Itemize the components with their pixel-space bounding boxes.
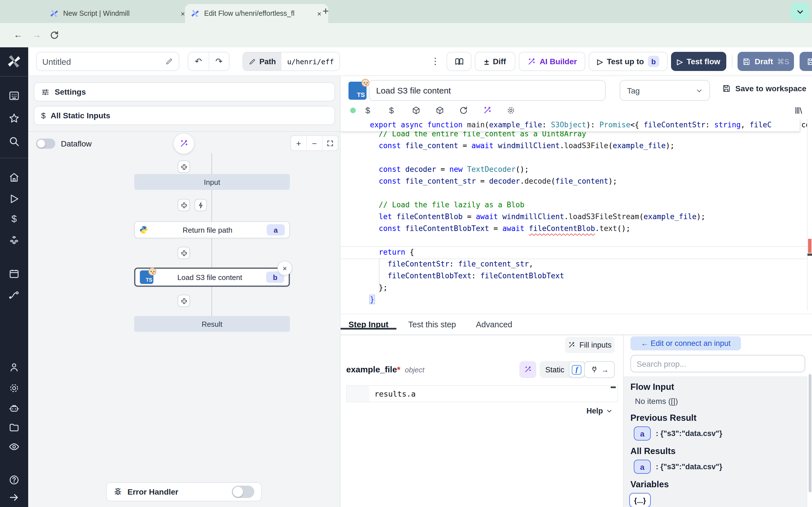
tab-advanced[interactable]: Advanced: [476, 320, 512, 329]
ai-builder-label: AI Builder: [540, 57, 577, 66]
variables-icon[interactable]: $: [389, 105, 394, 115]
remove-step-button[interactable]: ×: [277, 261, 292, 276]
help-toggle[interactable]: Help: [587, 407, 613, 415]
step-name-value: Load S3 file content: [376, 86, 451, 95]
code-editor[interactable]: // Load the entire file_content as a Uin…: [341, 119, 812, 311]
flow-input-node[interactable]: Input: [134, 174, 290, 190]
undo-button[interactable]: ↶: [188, 52, 209, 70]
previous-result-row[interactable]: a : {"s3":"data.csv"}: [634, 427, 722, 441]
app-sidebar: $: [0, 47, 28, 507]
docs-button[interactable]: [447, 52, 471, 71]
dataflow-toggle[interactable]: [36, 138, 55, 149]
flow-name-field[interactable]: Untitled: [36, 52, 179, 71]
sidebar-item-favorites[interactable]: [8, 113, 20, 124]
tab-close-icon[interactable]: ×: [316, 9, 322, 18]
magic-wand-icon[interactable]: [483, 106, 492, 115]
reload-icon[interactable]: [459, 106, 468, 115]
search-prop-input[interactable]: Search prop...: [630, 355, 805, 372]
ai-flow-button[interactable]: [174, 133, 194, 154]
field-type: object: [405, 365, 424, 374]
step-editor-header: TS Load S3 file content Tag Save to work…: [341, 76, 812, 102]
reload-button[interactable]: [50, 31, 59, 40]
sidebar-item-audit-logs[interactable]: [8, 441, 20, 452]
browser-tab-inactive[interactable]: New Script | Windmill ×: [44, 4, 192, 23]
add-step-button[interactable]: [177, 161, 190, 173]
sidebar-item-home[interactable]: [8, 172, 20, 183]
package-icon[interactable]: [412, 106, 421, 115]
sidebar-item-workers[interactable]: [8, 403, 20, 414]
sidebar-item-settings[interactable]: [8, 383, 20, 394]
flow-settings-button[interactable]: Settings: [34, 82, 335, 101]
step-name-input[interactable]: Load S3 file content: [369, 80, 606, 101]
static-mode-toggle[interactable]: Static f: [540, 361, 586, 378]
mini-scrollbar[interactable]: [611, 386, 616, 388]
back-button[interactable]: ←: [13, 30, 22, 40]
expression-mode-pill[interactable]: f: [569, 362, 585, 378]
save-draft-button[interactable]: Draft ⌘S: [738, 52, 794, 71]
path-control[interactable]: Path u/henri/eff: [243, 52, 340, 71]
save-to-workspace-button[interactable]: Save to workspace: [722, 84, 806, 93]
play-icon: ▷: [597, 57, 603, 66]
all-results-row[interactable]: a : {"s3":"data.csv"}: [634, 460, 722, 474]
connect-input-button[interactable]: →: [584, 361, 615, 378]
sidebar-item-users[interactable]: [8, 362, 20, 373]
flow-result-node[interactable]: Result: [134, 316, 290, 332]
help-icon[interactable]: [8, 474, 20, 486]
tab-test-this-step[interactable]: Test this step: [408, 320, 456, 329]
zoom-in-button[interactable]: +: [291, 136, 306, 151]
sidebar-item-search[interactable]: [8, 136, 20, 147]
add-step-button[interactable]: [177, 199, 190, 211]
result-key-badge[interactable]: a: [634, 460, 651, 474]
step-node-b-selected[interactable]: TS Load S3 file content b: [134, 268, 290, 287]
assets-icon[interactable]: $: [365, 105, 370, 115]
undo-redo-group: ↶ ↷: [188, 52, 230, 71]
variables-badge[interactable]: {...}: [629, 493, 651, 507]
sidebar-item-schedules[interactable]: [8, 268, 20, 279]
gear-icon[interactable]: [506, 106, 515, 115]
more-menu-button[interactable]: ⋮: [431, 56, 440, 66]
sidebar-item-apps[interactable]: [8, 90, 20, 101]
ai-fill-field-button[interactable]: [519, 361, 536, 378]
tab-step-input[interactable]: Step Input: [349, 320, 389, 329]
sidebar-item-runs[interactable]: [8, 193, 20, 205]
result-key-badge[interactable]: a: [634, 427, 651, 441]
sidebar-item-variables[interactable]: $: [0, 214, 28, 225]
add-step-button[interactable]: [177, 295, 190, 307]
tag-select[interactable]: Tag: [620, 80, 710, 101]
deploy-button[interactable]: Deploy: [800, 52, 812, 71]
chevron-down-icon: [796, 8, 804, 16]
overview-ruler: [807, 119, 812, 311]
test-up-to-button[interactable]: ▷ Test up to b: [589, 52, 668, 71]
browser-tab-active[interactable]: Edit Flow u/henri/effortless_fl ×: [185, 4, 328, 23]
save-icon: [722, 84, 731, 93]
sidebar-item-routes[interactable]: [8, 290, 20, 301]
sticky-scroll-line: export async function main(example_file:…: [341, 119, 800, 131]
toolbar-divider: [732, 55, 732, 68]
package-icon[interactable]: [435, 106, 444, 115]
zoom-out-button[interactable]: −: [306, 136, 322, 151]
edit-or-connect-button[interactable]: ← Edit or connect an input: [630, 336, 741, 350]
draft-label: Draft: [755, 57, 773, 66]
all-static-inputs-button[interactable]: $ All Static Inputs: [34, 106, 335, 125]
current-line-highlight: [341, 246, 808, 259]
diff-button[interactable]: ± Diff: [475, 52, 515, 71]
redo-button[interactable]: ↷: [209, 52, 229, 70]
sidebar-item-folders[interactable]: [8, 422, 20, 433]
fill-inputs-button[interactable]: Fill inputs: [565, 337, 615, 353]
sidebar-item-resources[interactable]: [8, 235, 20, 246]
add-trigger-button[interactable]: [195, 199, 207, 211]
library-icon[interactable]: [794, 106, 803, 115]
step-node-a[interactable]: Return file path a: [134, 221, 290, 238]
ai-builder-button[interactable]: AI Builder: [519, 52, 585, 71]
error-handler-toggle[interactable]: [232, 486, 254, 498]
tab-search-button[interactable]: [791, 2, 810, 21]
panel-scrollbar[interactable]: [809, 374, 811, 492]
test-flow-button[interactable]: ▷ Test flow: [671, 52, 726, 71]
expression-editor[interactable]: results.a: [346, 385, 618, 402]
new-tab-button[interactable]: +: [322, 5, 329, 17]
collapse-arrow-icon[interactable]: [8, 492, 20, 503]
fit-view-button[interactable]: [322, 136, 338, 151]
add-step-button[interactable]: [177, 247, 190, 259]
scrollbar-marker[interactable]: [808, 253, 812, 256]
plug-icon: [590, 365, 598, 374]
